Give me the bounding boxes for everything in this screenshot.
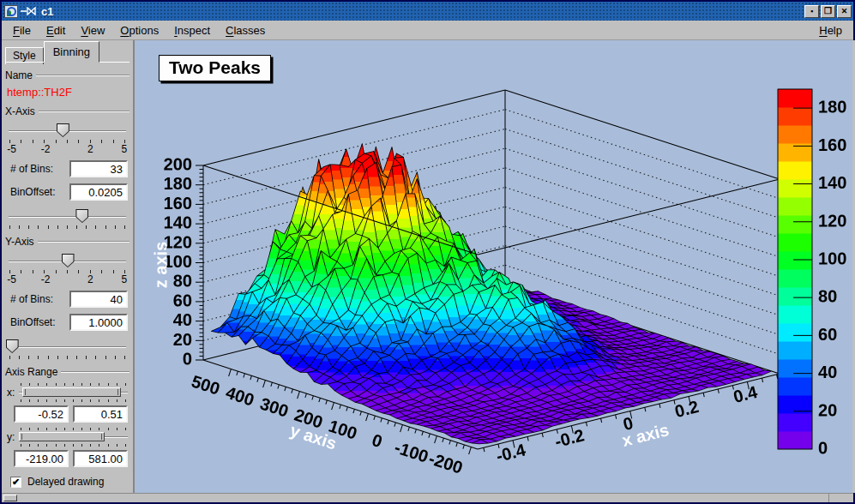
x-bins-slider[interactable] <box>7 123 128 139</box>
menu-inspect[interactable]: Inspect <box>166 22 218 39</box>
y-range-slider-bar[interactable] <box>19 432 105 441</box>
maximize-button[interactable]: ❐ <box>821 5 835 18</box>
y-offset-slider[interactable] <box>7 339 128 355</box>
x-range-min-input[interactable] <box>14 405 69 423</box>
x-axis-group: X-Axis <box>5 105 129 117</box>
y-offset-slider-ticks <box>7 356 128 359</box>
tab-binning[interactable]: Binning <box>44 41 99 63</box>
y-bins-slider-tick-labels: -5 -2 2 5 <box>7 273 128 285</box>
y-bins-input[interactable] <box>69 291 128 308</box>
menu-file[interactable]: File <box>5 22 39 39</box>
histogram-editor-panel: Style Binning Name htemp::TH2F X-Axis -5 <box>2 40 135 493</box>
x-range-slider[interactable] <box>19 383 128 402</box>
axis-range-label: Axis Range <box>5 366 57 378</box>
y-axis-label: Y-Axis <box>5 236 34 248</box>
menu-options[interactable]: Options <box>112 22 166 39</box>
pin-icon[interactable] <box>21 7 37 15</box>
axis-range-group: Axis Range <box>5 366 129 378</box>
delayed-drawing-label: Delayed drawing <box>27 476 104 488</box>
y-offset-slider-thumb[interactable] <box>6 339 19 353</box>
x-range-slider-bar[interactable] <box>22 387 122 397</box>
y-range-min-input[interactable] <box>14 450 69 467</box>
window-title: c1 <box>41 5 53 18</box>
x-offset-slider-thumb[interactable] <box>75 209 88 223</box>
y-offset-field-label: BinOffset: <box>10 316 55 328</box>
histogram-name: htemp::TH2F <box>7 86 129 99</box>
y-offset-input[interactable] <box>69 314 128 331</box>
tab-style[interactable]: Style <box>5 47 44 64</box>
bottom-scrollbar-thumb[interactable] <box>3 495 17 501</box>
x-offset-field-label: BinOffset: <box>10 186 55 198</box>
menu-help[interactable]: Help <box>811 22 850 39</box>
x-range-max-input[interactable] <box>73 405 128 423</box>
menubar: File Edit View Options Inspect Classes H… <box>2 21 853 40</box>
y-bins-field-label: # of Bins: <box>10 293 53 305</box>
x-offset-input[interactable] <box>69 183 128 201</box>
root-canvas-window: c1 ▪ ❐ ✕ File Edit View Options Inspect … <box>0 0 855 504</box>
titlebar[interactable]: c1 ▪ ❐ ✕ <box>2 2 853 21</box>
x-bins-slider-tick-labels: -5 -2 2 5 <box>7 143 128 154</box>
close-button[interactable]: ✕ <box>837 5 852 18</box>
plot-canvas[interactable] <box>135 40 852 495</box>
plot-title-box[interactable]: Two Peaks <box>159 55 271 81</box>
menu-view[interactable]: View <box>73 22 112 39</box>
plot-canvas-area: Two Peaks <box>135 40 855 493</box>
minimize-button[interactable]: ▪ <box>804 5 819 18</box>
y-range-label: y: <box>7 431 19 443</box>
x-offset-slider[interactable] <box>7 209 128 225</box>
delayed-drawing-checkbox[interactable]: ✔ <box>10 477 21 488</box>
y-range-max-input[interactable] <box>73 450 128 467</box>
x-axis-label: X-Axis <box>5 105 35 117</box>
y-bins-slider-thumb[interactable] <box>62 254 75 267</box>
y-range-slider[interactable] <box>19 428 128 447</box>
menu-edit[interactable]: Edit <box>39 22 73 39</box>
x-offset-slider-ticks <box>7 225 128 229</box>
editor-tabs: Style Binning <box>5 42 129 63</box>
name-label: Name <box>5 69 33 81</box>
y-bins-slider[interactable] <box>7 254 128 269</box>
app-icon[interactable] <box>4 5 18 18</box>
x-bins-input[interactable] <box>69 160 128 177</box>
name-group: Name <box>5 69 129 81</box>
x-bins-slider-thumb[interactable] <box>57 123 69 137</box>
x-range-label: x: <box>7 387 19 399</box>
bottom-scrollbar[interactable] <box>2 493 853 502</box>
x-bins-field-label: # of Bins: <box>10 163 53 175</box>
menu-classes[interactable]: Classes <box>218 22 273 39</box>
y-axis-group: Y-Axis <box>5 236 129 248</box>
